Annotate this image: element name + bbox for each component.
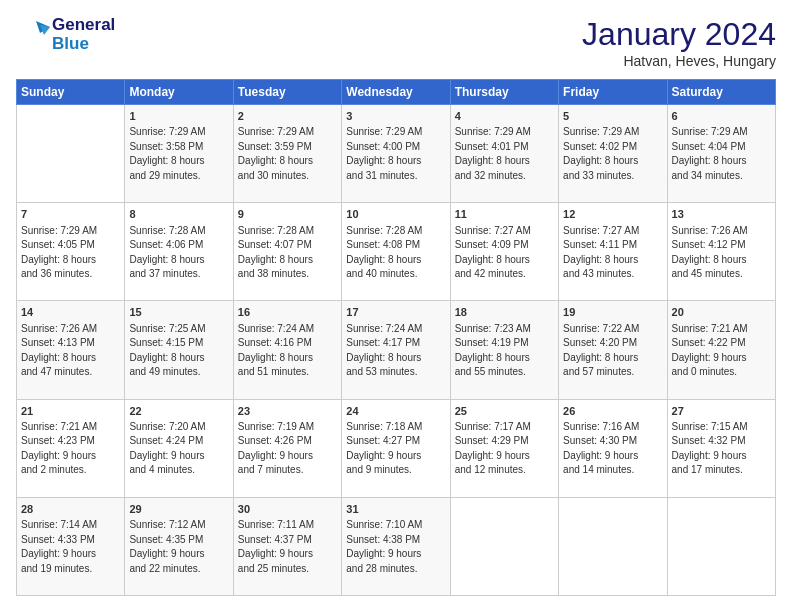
cell-4-3: 31Sunrise: 7:10 AM Sunset: 4:38 PM Dayli…: [342, 497, 450, 595]
cell-content-3-5: Sunrise: 7:16 AM Sunset: 4:30 PM Dayligh…: [563, 420, 662, 478]
cell-content-0-6: Sunrise: 7:29 AM Sunset: 4:04 PM Dayligh…: [672, 125, 771, 183]
cell-0-4: 4Sunrise: 7:29 AM Sunset: 4:01 PM Daylig…: [450, 105, 558, 203]
date-28: 28: [21, 502, 120, 517]
date-7: 7: [21, 207, 120, 222]
cell-2-6: 20Sunrise: 7:21 AM Sunset: 4:22 PM Dayli…: [667, 301, 775, 399]
cell-4-0: 28Sunrise: 7:14 AM Sunset: 4:33 PM Dayli…: [17, 497, 125, 595]
header-monday: Monday: [125, 80, 233, 105]
header-row: SundayMondayTuesdayWednesdayThursdayFrid…: [17, 80, 776, 105]
header-saturday: Saturday: [667, 80, 775, 105]
date-3: 3: [346, 109, 445, 124]
cell-2-2: 16Sunrise: 7:24 AM Sunset: 4:16 PM Dayli…: [233, 301, 341, 399]
cell-content-0-4: Sunrise: 7:29 AM Sunset: 4:01 PM Dayligh…: [455, 125, 554, 183]
cell-content-2-6: Sunrise: 7:21 AM Sunset: 4:22 PM Dayligh…: [672, 322, 771, 380]
header-tuesday: Tuesday: [233, 80, 341, 105]
week-row-4: 21Sunrise: 7:21 AM Sunset: 4:23 PM Dayli…: [17, 399, 776, 497]
cell-0-6: 6Sunrise: 7:29 AM Sunset: 4:04 PM Daylig…: [667, 105, 775, 203]
cell-content-3-0: Sunrise: 7:21 AM Sunset: 4:23 PM Dayligh…: [21, 420, 120, 478]
cell-1-2: 9Sunrise: 7:28 AM Sunset: 4:07 PM Daylig…: [233, 203, 341, 301]
cell-3-3: 24Sunrise: 7:18 AM Sunset: 4:27 PM Dayli…: [342, 399, 450, 497]
cell-content-0-3: Sunrise: 7:29 AM Sunset: 4:00 PM Dayligh…: [346, 125, 445, 183]
week-row-2: 7Sunrise: 7:29 AM Sunset: 4:05 PM Daylig…: [17, 203, 776, 301]
cell-3-2: 23Sunrise: 7:19 AM Sunset: 4:26 PM Dayli…: [233, 399, 341, 497]
cell-content-1-1: Sunrise: 7:28 AM Sunset: 4:06 PM Dayligh…: [129, 224, 228, 282]
date-9: 9: [238, 207, 337, 222]
week-row-1: 1Sunrise: 7:29 AM Sunset: 3:58 PM Daylig…: [17, 105, 776, 203]
date-26: 26: [563, 404, 662, 419]
calendar-header: SundayMondayTuesdayWednesdayThursdayFrid…: [17, 80, 776, 105]
date-10: 10: [346, 207, 445, 222]
cell-1-0: 7Sunrise: 7:29 AM Sunset: 4:05 PM Daylig…: [17, 203, 125, 301]
cell-content-4-1: Sunrise: 7:12 AM Sunset: 4:35 PM Dayligh…: [129, 518, 228, 576]
cell-content-4-0: Sunrise: 7:14 AM Sunset: 4:33 PM Dayligh…: [21, 518, 120, 576]
cell-content-1-4: Sunrise: 7:27 AM Sunset: 4:09 PM Dayligh…: [455, 224, 554, 282]
date-8: 8: [129, 207, 228, 222]
cell-content-2-1: Sunrise: 7:25 AM Sunset: 4:15 PM Dayligh…: [129, 322, 228, 380]
cell-content-3-3: Sunrise: 7:18 AM Sunset: 4:27 PM Dayligh…: [346, 420, 445, 478]
cell-content-4-2: Sunrise: 7:11 AM Sunset: 4:37 PM Dayligh…: [238, 518, 337, 576]
cell-1-1: 8Sunrise: 7:28 AM Sunset: 4:06 PM Daylig…: [125, 203, 233, 301]
logo-blue: Blue: [52, 35, 115, 54]
cell-3-6: 27Sunrise: 7:15 AM Sunset: 4:32 PM Dayli…: [667, 399, 775, 497]
cell-0-0: [17, 105, 125, 203]
cell-1-5: 12Sunrise: 7:27 AM Sunset: 4:11 PM Dayli…: [559, 203, 667, 301]
cell-content-4-3: Sunrise: 7:10 AM Sunset: 4:38 PM Dayligh…: [346, 518, 445, 576]
date-2: 2: [238, 109, 337, 124]
cell-content-1-3: Sunrise: 7:28 AM Sunset: 4:08 PM Dayligh…: [346, 224, 445, 282]
date-16: 16: [238, 305, 337, 320]
cell-1-6: 13Sunrise: 7:26 AM Sunset: 4:12 PM Dayli…: [667, 203, 775, 301]
date-5: 5: [563, 109, 662, 124]
date-12: 12: [563, 207, 662, 222]
cell-2-4: 18Sunrise: 7:23 AM Sunset: 4:19 PM Dayli…: [450, 301, 558, 399]
date-1: 1: [129, 109, 228, 124]
cell-4-1: 29Sunrise: 7:12 AM Sunset: 4:35 PM Dayli…: [125, 497, 233, 595]
date-30: 30: [238, 502, 337, 517]
cell-3-1: 22Sunrise: 7:20 AM Sunset: 4:24 PM Dayli…: [125, 399, 233, 497]
cell-content-3-1: Sunrise: 7:20 AM Sunset: 4:24 PM Dayligh…: [129, 420, 228, 478]
week-row-3: 14Sunrise: 7:26 AM Sunset: 4:13 PM Dayli…: [17, 301, 776, 399]
date-22: 22: [129, 404, 228, 419]
cell-2-5: 19Sunrise: 7:22 AM Sunset: 4:20 PM Dayli…: [559, 301, 667, 399]
cell-0-3: 3Sunrise: 7:29 AM Sunset: 4:00 PM Daylig…: [342, 105, 450, 203]
subtitle: Hatvan, Heves, Hungary: [582, 53, 776, 69]
cell-content-1-5: Sunrise: 7:27 AM Sunset: 4:11 PM Dayligh…: [563, 224, 662, 282]
cell-content-2-0: Sunrise: 7:26 AM Sunset: 4:13 PM Dayligh…: [21, 322, 120, 380]
cell-2-0: 14Sunrise: 7:26 AM Sunset: 4:13 PM Dayli…: [17, 301, 125, 399]
date-25: 25: [455, 404, 554, 419]
header-thursday: Thursday: [450, 80, 558, 105]
month-title: January 2024: [582, 16, 776, 53]
cell-3-5: 26Sunrise: 7:16 AM Sunset: 4:30 PM Dayli…: [559, 399, 667, 497]
date-21: 21: [21, 404, 120, 419]
calendar-page: General Blue January 2024 Hatvan, Heves,…: [0, 0, 792, 612]
cell-0-2: 2Sunrise: 7:29 AM Sunset: 3:59 PM Daylig…: [233, 105, 341, 203]
cell-2-3: 17Sunrise: 7:24 AM Sunset: 4:17 PM Dayli…: [342, 301, 450, 399]
cell-content-3-4: Sunrise: 7:17 AM Sunset: 4:29 PM Dayligh…: [455, 420, 554, 478]
week-row-5: 28Sunrise: 7:14 AM Sunset: 4:33 PM Dayli…: [17, 497, 776, 595]
cell-4-4: [450, 497, 558, 595]
date-4: 4: [455, 109, 554, 124]
cell-content-0-1: Sunrise: 7:29 AM Sunset: 3:58 PM Dayligh…: [129, 125, 228, 183]
title-block: January 2024 Hatvan, Heves, Hungary: [582, 16, 776, 69]
cell-4-2: 30Sunrise: 7:11 AM Sunset: 4:37 PM Dayli…: [233, 497, 341, 595]
logo: General Blue: [16, 16, 115, 53]
cell-content-2-3: Sunrise: 7:24 AM Sunset: 4:17 PM Dayligh…: [346, 322, 445, 380]
cell-content-2-5: Sunrise: 7:22 AM Sunset: 4:20 PM Dayligh…: [563, 322, 662, 380]
date-14: 14: [21, 305, 120, 320]
logo-bird-icon: [16, 17, 52, 53]
date-19: 19: [563, 305, 662, 320]
cell-content-2-2: Sunrise: 7:24 AM Sunset: 4:16 PM Dayligh…: [238, 322, 337, 380]
date-11: 11: [455, 207, 554, 222]
cell-content-0-5: Sunrise: 7:29 AM Sunset: 4:02 PM Dayligh…: [563, 125, 662, 183]
cell-4-6: [667, 497, 775, 595]
header: General Blue January 2024 Hatvan, Heves,…: [16, 16, 776, 69]
header-friday: Friday: [559, 80, 667, 105]
cell-3-4: 25Sunrise: 7:17 AM Sunset: 4:29 PM Dayli…: [450, 399, 558, 497]
date-13: 13: [672, 207, 771, 222]
date-6: 6: [672, 109, 771, 124]
date-29: 29: [129, 502, 228, 517]
date-27: 27: [672, 404, 771, 419]
header-wednesday: Wednesday: [342, 80, 450, 105]
cell-content-3-2: Sunrise: 7:19 AM Sunset: 4:26 PM Dayligh…: [238, 420, 337, 478]
cell-content-0-2: Sunrise: 7:29 AM Sunset: 3:59 PM Dayligh…: [238, 125, 337, 183]
date-15: 15: [129, 305, 228, 320]
